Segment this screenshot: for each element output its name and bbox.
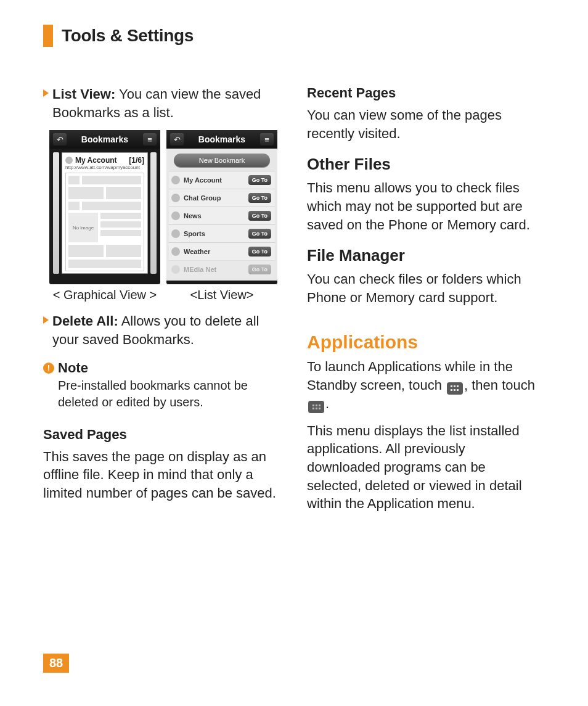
section-title: Tools & Settings [62, 26, 194, 46]
note-label: Note [58, 360, 88, 376]
goto-button[interactable]: Go To [248, 229, 271, 239]
list-item[interactable]: Weather Go To [169, 242, 275, 260]
saved-pages-body: This saves the page on display as an off… [43, 448, 277, 503]
list-view-label: List View: [52, 86, 115, 102]
list-item[interactable]: MEdia Net Go To [169, 260, 275, 278]
other-files-body: This menu allows you to check files whic… [307, 179, 541, 234]
note-body: Pre-installed bookmarks cannot be delete… [58, 377, 277, 411]
triangle-bullet-icon [43, 316, 49, 324]
list-item-label: My Account [184, 176, 245, 184]
globe-icon [171, 194, 180, 202]
note-header: ! Note [43, 360, 277, 376]
delete-all-bullet: Delete All: Allows you to delete all you… [43, 312, 277, 348]
goto-button[interactable]: Go To [248, 247, 271, 257]
list-bar-title: Bookmarks [198, 134, 245, 144]
card-counter: [1/6] [129, 156, 144, 165]
apps-grid-icon [308, 401, 324, 413]
goto-button[interactable]: Go To [248, 211, 271, 221]
svg-rect-7 [316, 404, 317, 406]
header-accent-bar [43, 25, 53, 47]
section-header: Tools & Settings [43, 25, 551, 47]
page-number: 88 [43, 654, 69, 673]
back-icon[interactable]: ↶ [53, 133, 67, 146]
other-files-heading: Other Files [307, 155, 541, 174]
svg-rect-5 [457, 389, 459, 391]
graphical-bar-title: Bookmarks [81, 134, 128, 144]
list-item-label: News [184, 212, 245, 220]
list-item-label: Chat Group [184, 194, 245, 202]
recent-pages-heading: Recent Pages [307, 85, 541, 101]
globe-icon [171, 247, 180, 256]
list-item[interactable]: Sports Go To [169, 224, 275, 242]
list-body: New Bookmark My Account Go To Chat Group… [166, 149, 277, 281]
triangle-bullet-icon [43, 89, 49, 97]
card-thumbnail: No image [65, 173, 144, 271]
globe-icon [171, 229, 180, 238]
manual-page: Tools & Settings List View: You can view… [0, 0, 588, 706]
delete-all-text: Delete All: Allows you to delete all you… [52, 312, 277, 348]
two-column-layout: List View: You can view the saved Bookma… [43, 85, 551, 513]
screenshot-row: ↶ Bookmarks ≡ My Account [1/6] http [49, 130, 277, 284]
card-header: My Account [1/6] [65, 156, 144, 165]
svg-rect-10 [316, 408, 317, 409]
list-item[interactable]: Chat Group Go To [169, 189, 275, 207]
prev-card-sliver [53, 152, 59, 274]
globe-icon [171, 176, 180, 184]
graphical-caption: < Graphical View > [49, 288, 160, 302]
menu-grid-icon [447, 382, 463, 395]
list-topbar: ↶ Bookmarks ≡ [166, 130, 277, 149]
graphical-view-mock: ↶ Bookmarks ≡ My Account [1/6] http [49, 130, 160, 284]
svg-rect-11 [319, 408, 321, 409]
svg-rect-1 [454, 385, 455, 387]
list-item-label: MEdia Net [184, 266, 245, 273]
back-icon[interactable]: ↶ [170, 133, 184, 146]
no-image-placeholder: No image [68, 213, 98, 242]
applications-body2: This menu displays the list installed ap… [307, 422, 541, 513]
list-item[interactable]: News Go To [169, 207, 275, 224]
file-manager-heading: File Manager [307, 246, 541, 265]
list-view-bullet: List View: You can view the saved Bookma… [43, 85, 277, 121]
menu-icon[interactable]: ≡ [143, 133, 157, 146]
applications-heading: Applications [307, 332, 541, 353]
svg-rect-6 [312, 404, 314, 406]
menu-icon[interactable]: ≡ [260, 133, 274, 146]
globe-icon [171, 211, 180, 220]
svg-rect-4 [454, 389, 455, 391]
list-view-text: List View: You can view the saved Bookma… [52, 85, 277, 121]
list-item-label: Sports [184, 230, 245, 237]
graphical-body: My Account [1/6] http://www.att.com/wapm… [49, 149, 160, 276]
right-column: Recent Pages You can view some of the pa… [307, 85, 541, 513]
card-url: http://www.att.com/wapmyaccount [65, 165, 144, 170]
globe-icon [171, 265, 180, 274]
left-column: List View: You can view the saved Bookma… [43, 85, 277, 513]
list-caption: <List View> [166, 288, 277, 302]
globe-icon [65, 157, 73, 164]
file-manager-body: You can check files or folders which Pho… [307, 270, 541, 306]
list-view-mock: ↶ Bookmarks ≡ New Bookmark My Account Go… [166, 130, 277, 284]
svg-rect-0 [451, 385, 452, 387]
next-card-sliver [150, 152, 157, 274]
svg-rect-8 [319, 404, 321, 406]
bookmark-card: My Account [1/6] http://www.att.com/wapm… [62, 152, 148, 274]
delete-all-label: Delete All: [52, 313, 118, 329]
note-icon: ! [43, 363, 54, 374]
graphical-topbar: ↶ Bookmarks ≡ [49, 130, 160, 149]
apps-lead-3: . [325, 396, 329, 411]
list-item-label: Weather [184, 248, 245, 255]
applications-lead: To launch Applications while in the Stan… [307, 358, 541, 413]
goto-button[interactable]: Go To [248, 193, 271, 203]
svg-rect-2 [457, 385, 459, 387]
goto-button[interactable]: Go To [248, 265, 271, 274]
recent-pages-body: You can view some of the pages recently … [307, 106, 541, 142]
goto-button[interactable]: Go To [248, 175, 271, 185]
card-title: My Account [75, 156, 126, 165]
saved-pages-heading: Saved Pages [43, 427, 277, 443]
new-bookmark-button[interactable]: New Bookmark [174, 154, 270, 167]
svg-rect-3 [451, 389, 452, 391]
screenshot-captions: < Graphical View > <List View> [49, 288, 277, 302]
svg-rect-9 [312, 408, 314, 409]
list-item[interactable]: My Account Go To [169, 171, 275, 189]
apps-lead-2: , then touch [464, 377, 535, 393]
